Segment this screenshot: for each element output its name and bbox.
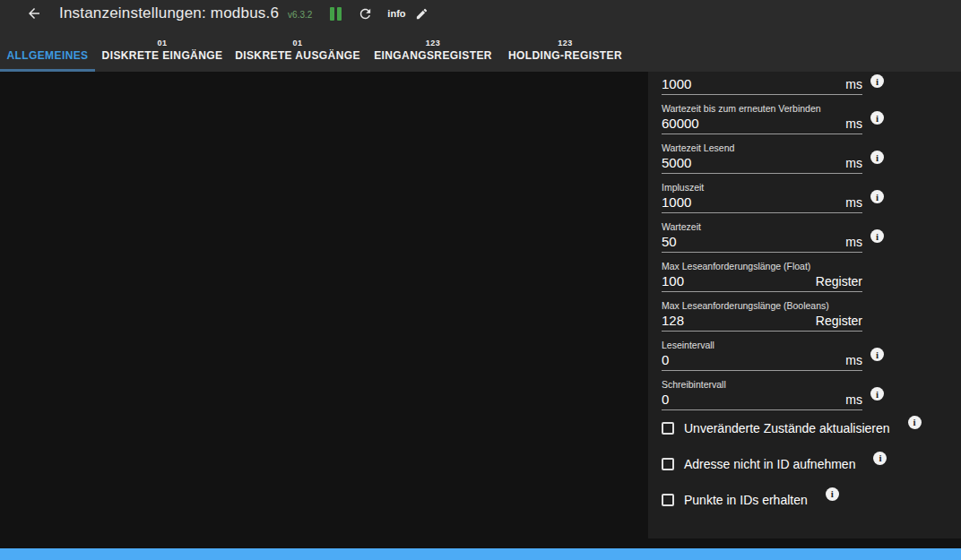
pause-instance-button[interactable] <box>330 7 342 21</box>
field-unit: ms <box>845 392 862 407</box>
pencil-icon <box>415 7 429 21</box>
content-area: ms i Wartezeit bis zum erneuten Verbinde… <box>0 72 961 548</box>
info-icon[interactable]: i <box>870 151 884 164</box>
bottom-accent-bar <box>0 548 961 560</box>
write-interval-input[interactable] <box>662 392 796 407</box>
refresh-icon <box>358 6 373 22</box>
pulse-time-field: Impluszeit ms i <box>662 174 862 213</box>
wait-time-field: Wartezeit ms i <box>662 213 862 253</box>
read-interval-field: Leseintervall ms i <box>662 332 862 371</box>
tab-allgemeines[interactable]: ALLGEMEINES <box>0 27 95 72</box>
max-read-booleans-input[interactable] <box>662 313 796 328</box>
info-icon[interactable]: i <box>870 74 884 88</box>
keep-dots-in-ids-checkbox[interactable] <box>662 494 674 506</box>
app-bar: Instanzeinstellungen: modbus.6 v6.3.2 in… <box>0 0 961 27</box>
info-icon[interactable]: i <box>870 229 884 243</box>
keep-dots-in-ids-row: Punkte in IDs erhalten i <box>662 482 961 518</box>
field-unit: ms <box>845 353 862 367</box>
page-title: Instanzeinstellungen: modbus.6 <box>59 4 279 22</box>
settings-form-panel: ms i Wartezeit bis zum erneuten Verbinde… <box>648 72 961 538</box>
tab-badge: 01 <box>292 38 302 49</box>
no-address-in-id-row: Adresse nicht in ID aufnehmen i <box>662 446 961 482</box>
field-label: Leseintervall <box>662 338 862 352</box>
info-icon[interactable]: i <box>826 487 839 501</box>
restart-instance-button[interactable] <box>358 6 373 22</box>
pulse-time-input[interactable] <box>662 194 796 210</box>
info-icon[interactable]: i <box>870 111 884 125</box>
info-icon[interactable]: i <box>870 348 884 361</box>
max-read-float-input[interactable] <box>662 273 796 289</box>
read-wait-input[interactable] <box>662 155 796 170</box>
checkbox-label: Adresse nicht in ID aufnehmen <box>684 457 855 471</box>
back-button[interactable] <box>25 4 43 22</box>
instance-settings-screen: Instanzeinstellungen: modbus.6 v6.3.2 in… <box>0 0 961 560</box>
info-icon[interactable]: i <box>873 452 887 465</box>
field-label: Wartezeit Lesend <box>662 141 862 155</box>
field-unit: ms <box>845 116 862 131</box>
field-label: Schreibintervall <box>662 377 862 392</box>
field-label: Max Leseanforderungslänge (Booleans) <box>662 298 862 313</box>
max-read-float-field: Max Leseanforderungslänge (Float) Regist… <box>662 253 862 292</box>
timeout-input[interactable] <box>662 76 796 91</box>
instance-log-level-badge[interactable]: info <box>387 8 405 19</box>
tab-holding-register[interactable]: 123 HOLDING-REGISTER <box>500 27 630 72</box>
reconnect-wait-field: Wartezeit bis zum erneuten Verbinden ms … <box>662 95 862 134</box>
read-interval-input[interactable] <box>662 352 796 367</box>
field-unit: ms <box>845 235 862 249</box>
checkbox-label: Punkte in IDs erhalten <box>684 493 808 507</box>
field-label: Impluszeit <box>662 180 862 194</box>
field-unit: ms <box>845 195 862 210</box>
tab-badge: 123 <box>558 38 573 49</box>
tab-badge: 01 <box>157 38 167 49</box>
info-icon[interactable]: i <box>908 416 922 429</box>
field-label: Wartezeit <box>662 220 862 234</box>
field-unit: ms <box>845 77 862 91</box>
tab-diskrete-eingaenge[interactable]: 01 DISKRETE EINGÄNGE <box>95 27 229 72</box>
update-unchanged-states-checkbox[interactable] <box>662 422 674 435</box>
update-unchanged-states-row: Unveränderte Zustände aktualisieren i <box>662 410 961 446</box>
field-unit: ms <box>845 156 862 170</box>
adapter-version: v6.3.2 <box>288 7 312 20</box>
wait-time-input[interactable] <box>662 234 796 249</box>
reconnect-wait-input[interactable] <box>662 116 796 131</box>
settings-tab-bar: ALLGEMEINES 01 DISKRETE EINGÄNGE 01 DISK… <box>0 27 961 72</box>
timeout-field: ms i <box>662 72 862 95</box>
no-address-in-id-checkbox[interactable] <box>662 458 674 470</box>
checkboxes-section: Unveränderte Zustände aktualisieren i Ad… <box>648 410 961 518</box>
pause-icon <box>330 7 334 21</box>
max-read-booleans-field: Max Leseanforderungslänge (Booleans) Reg… <box>662 292 862 332</box>
edit-instance-button[interactable] <box>415 7 429 21</box>
fields-section: ms i Wartezeit bis zum erneuten Verbinde… <box>648 72 961 410</box>
tab-diskrete-ausgaenge[interactable]: 01 DISKRETE AUSGÄNGE <box>229 27 366 72</box>
tab-badge: 123 <box>426 38 441 49</box>
info-icon[interactable]: i <box>870 190 884 203</box>
field-unit: Register <box>816 314 862 328</box>
write-interval-field: Schreibintervall ms i <box>662 371 862 410</box>
tab-eingangsregister[interactable]: 123 EINGANGSREGISTER <box>366 27 500 72</box>
field-label: Max Leseanforderungslänge (Float) <box>662 259 862 273</box>
field-label: Wartezeit bis zum erneuten Verbinden <box>662 101 862 116</box>
arrow-back-icon <box>26 5 42 22</box>
checkbox-label: Unveränderte Zustände aktualisieren <box>684 421 890 435</box>
field-unit: Register <box>816 274 862 289</box>
info-icon[interactable]: i <box>870 387 884 401</box>
read-wait-field: Wartezeit Lesend ms i <box>662 134 862 174</box>
